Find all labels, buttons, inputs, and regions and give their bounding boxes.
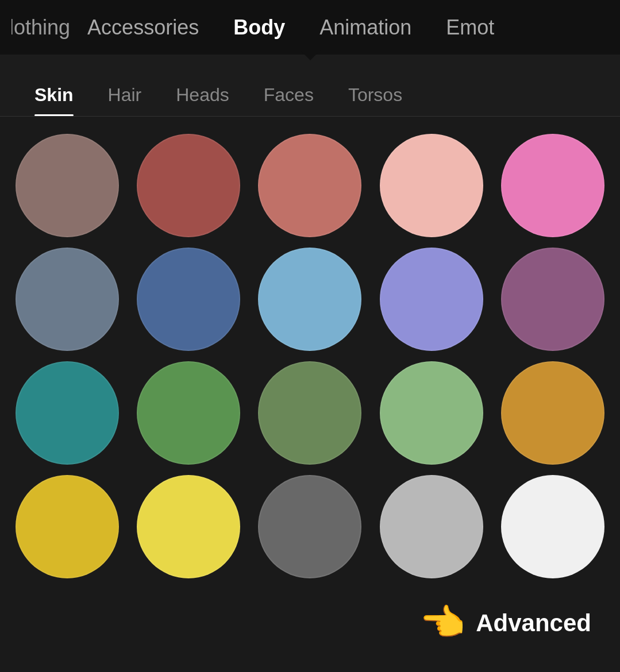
color-swatch-14[interactable] <box>501 361 604 465</box>
sub-nav-heads[interactable]: Heads <box>159 84 247 116</box>
color-swatch-15[interactable] <box>16 475 119 578</box>
nav-item-emote[interactable]: Emot <box>429 0 494 55</box>
color-swatch-12[interactable] <box>258 361 361 465</box>
color-swatch-4[interactable] <box>501 134 604 237</box>
color-swatch-17[interactable] <box>258 475 361 578</box>
nav-item-body[interactable]: Body <box>216 0 302 55</box>
top-nav: Clothing Accessories Body Animation Emot <box>0 0 620 55</box>
color-swatch-1[interactable] <box>137 134 240 237</box>
sub-nav-skin[interactable]: Skin <box>17 84 91 116</box>
advanced-label[interactable]: Advanced <box>476 609 591 637</box>
color-swatch-2[interactable] <box>258 134 361 237</box>
color-swatch-9[interactable] <box>501 248 604 351</box>
color-grid <box>0 117 620 590</box>
nav-item-clothing[interactable]: Clothing <box>11 0 70 55</box>
color-swatch-19[interactable] <box>501 475 604 578</box>
sub-nav-faces[interactable]: Faces <box>247 84 331 116</box>
sub-nav-hair[interactable]: Hair <box>91 84 159 116</box>
advanced-section: 👉 Advanced <box>0 590 620 656</box>
nav-indicator <box>300 50 321 60</box>
color-swatch-6[interactable] <box>137 248 240 351</box>
color-swatch-0[interactable] <box>16 134 119 237</box>
color-swatch-10[interactable] <box>16 361 119 465</box>
color-swatch-13[interactable] <box>380 361 483 465</box>
nav-item-accessories[interactable]: Accessories <box>70 0 216 55</box>
color-swatch-11[interactable] <box>137 361 240 465</box>
finger-icon: 👉 <box>421 601 467 644</box>
nav-item-animation[interactable]: Animation <box>302 0 429 55</box>
color-swatch-16[interactable] <box>137 475 240 578</box>
sub-nav: Skin Hair Heads Faces Torsos <box>0 55 620 117</box>
sub-nav-torsos[interactable]: Torsos <box>331 84 419 116</box>
color-swatch-8[interactable] <box>380 248 483 351</box>
color-swatch-7[interactable] <box>258 248 361 351</box>
color-swatch-18[interactable] <box>380 475 483 578</box>
color-swatch-5[interactable] <box>16 248 119 351</box>
color-swatch-3[interactable] <box>380 134 483 237</box>
